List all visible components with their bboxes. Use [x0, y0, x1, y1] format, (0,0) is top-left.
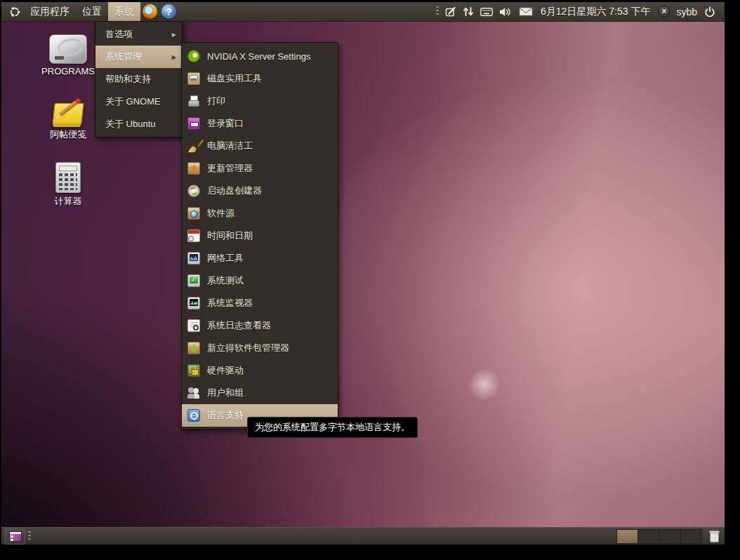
menu-item-label: 启动盘创建器	[207, 185, 262, 197]
menu-item-disk-utility[interactable]: 磁盘实用工具	[182, 67, 338, 90]
mail-icon[interactable]	[519, 7, 533, 16]
menu-item-label: 硬件驱动	[207, 364, 244, 377]
menu-item-printing[interactable]: 打印	[182, 90, 338, 112]
menu-item-network-tools[interactable]: 网络工具	[182, 247, 338, 269]
login-window-icon	[187, 117, 200, 130]
menu-item-label: 帮助和支持	[105, 73, 151, 86]
clock[interactable]: 6月12日星期六 7:53 下午	[539, 6, 652, 18]
menu-item-label: 系统日志查看器	[207, 319, 271, 332]
desktop-icon-calculator[interactable]: 计算器	[29, 162, 107, 208]
menu-item-about-ubuntu[interactable]: 关于 Ubuntu	[95, 113, 182, 135]
menu-item-label: 电脑清洁工	[207, 140, 253, 152]
screen: 应用程序 位置 系统	[1, 2, 725, 545]
system-testing-icon	[187, 274, 200, 287]
hardware-drivers-icon	[187, 364, 200, 377]
administration-submenu: NVIDIA X Server Settings 磁盘实用工具 打印 登录窗口 …	[181, 42, 338, 429]
menu-item-startup-disk-creator[interactable]: 启动盘创建器	[182, 180, 338, 202]
menu-item-software-sources[interactable]: 软件源	[182, 202, 338, 225]
window-list-handle[interactable]	[28, 531, 31, 541]
menu-item-system-monitor[interactable]: 系统监视器	[182, 292, 338, 314]
synaptic-icon	[187, 342, 200, 354]
menu-item-label: 系统管理	[105, 51, 142, 63]
menu-item-label: 时间和日期	[207, 229, 253, 242]
workspace-2[interactable]	[638, 530, 659, 543]
trash-icon	[708, 530, 720, 543]
sticky-notes-icon	[51, 94, 85, 126]
menu-item-preferences[interactable]: 首选项 ▶	[95, 23, 182, 46]
menu-item-label: 打印	[207, 95, 225, 107]
menu-item-label: 软件源	[207, 207, 234, 220]
users-groups-icon	[187, 387, 200, 399]
computer-janitor-icon	[187, 140, 200, 152]
menu-item-help-support[interactable]: 帮助和支持	[95, 68, 182, 91]
menu-item-label: 网络工具	[207, 252, 244, 265]
menu-item-system-testing[interactable]: 系统测试	[182, 269, 338, 292]
menu-item-label: 关于 Ubuntu	[105, 118, 156, 131]
ubuntu-logo-icon[interactable]	[8, 6, 21, 18]
menu-item-label: 系统测试	[207, 274, 244, 287]
submenu-arrow-icon: ▶	[172, 32, 176, 38]
menu-item-users-groups[interactable]: 用户和组	[182, 382, 338, 404]
system-monitor-icon	[187, 297, 200, 309]
menu-item-log-viewer[interactable]: 系统日志查看器	[182, 314, 338, 337]
applet-handle[interactable]	[436, 6, 439, 17]
top-panel: 应用程序 位置 系统	[1, 2, 725, 22]
menu-item-computer-janitor[interactable]: 电脑清洁工	[182, 135, 338, 157]
power-icon[interactable]	[703, 6, 716, 18]
menu-item-label: 更新管理器	[207, 162, 253, 175]
printer-icon	[187, 95, 200, 107]
user-offline-icon[interactable]	[658, 6, 670, 18]
note-indicator-icon[interactable]	[445, 6, 456, 18]
tooltip: 为您的系统配置多字节本地语言支持。	[247, 417, 418, 438]
software-sources-icon	[187, 207, 200, 220]
submenu-arrow-icon: ▶	[172, 54, 176, 60]
network-arrows-icon[interactable]	[463, 6, 474, 17]
menu-item-hardware-drivers[interactable]: 硬件驱动	[182, 359, 338, 382]
volume-icon[interactable]	[499, 7, 513, 17]
menu-item-label: 新立得软件包管理器	[207, 342, 289, 354]
log-viewer-icon	[187, 319, 200, 332]
time-date-icon	[187, 229, 200, 242]
workspace-1[interactable]	[617, 530, 638, 543]
update-manager-icon	[187, 162, 200, 175]
menu-item-about-gnome[interactable]: 关于 GNOME	[95, 91, 182, 113]
menu-system[interactable]: 系统	[108, 2, 140, 21]
menu-item-administration[interactable]: 系统管理 ▶	[95, 46, 182, 68]
menu-applications[interactable]: 应用程序	[24, 2, 76, 21]
menu-item-label: 首选项	[105, 28, 133, 41]
workspace-4[interactable]	[681, 530, 701, 543]
show-desktop-icon	[9, 531, 22, 542]
help-launcher-icon[interactable]	[161, 4, 176, 19]
menu-item-label: NVIDIA X Server Settings	[207, 51, 310, 62]
desktop-icon-label: 计算器	[29, 195, 107, 208]
system-menu-popup: 首选项 ▶ 系统管理 ▶ 帮助和支持 关于 GNOME 关于 Ubuntu	[95, 21, 183, 138]
workspace-switcher	[616, 529, 702, 544]
menu-item-login-window[interactable]: 登录窗口	[182, 112, 338, 135]
menu-places[interactable]: 位置	[76, 2, 108, 21]
menu-item-synaptic[interactable]: 新立得软件包管理器	[182, 337, 338, 359]
user-menu[interactable]: sybb	[676, 6, 697, 18]
menu-item-label: 系统监视器	[207, 297, 253, 309]
disk-utility-icon	[187, 72, 200, 85]
show-desktop-button[interactable]	[5, 528, 25, 545]
calculator-icon	[55, 162, 81, 193]
menu-item-time-date[interactable]: 时间和日期	[182, 225, 338, 247]
notification-area: 6月12日星期六 7:53 下午 sybb	[436, 2, 725, 21]
menu-item-label: 登录窗口	[207, 117, 244, 130]
trash-applet[interactable]	[706, 529, 722, 543]
language-support-icon	[187, 409, 200, 422]
menu-item-label: 用户和组	[207, 387, 244, 399]
menu-item-nvidia-settings[interactable]: NVIDIA X Server Settings	[182, 45, 338, 67]
firefox-launcher-icon[interactable]	[143, 4, 157, 19]
menu-item-label: 关于 GNOME	[105, 95, 161, 108]
harddrive-icon	[49, 34, 87, 64]
workspace-3[interactable]	[660, 530, 681, 543]
network-tools-icon	[187, 252, 200, 265]
keyboard-indicator-icon[interactable]	[480, 8, 493, 16]
menu-item-label: 语言支持	[207, 409, 244, 422]
bottom-panel	[1, 527, 725, 545]
menu-item-update-manager[interactable]: 更新管理器	[182, 157, 338, 180]
nvidia-icon	[187, 50, 200, 62]
menu-item-label: 磁盘实用工具	[207, 72, 262, 85]
startup-disk-creator-icon	[187, 185, 200, 197]
